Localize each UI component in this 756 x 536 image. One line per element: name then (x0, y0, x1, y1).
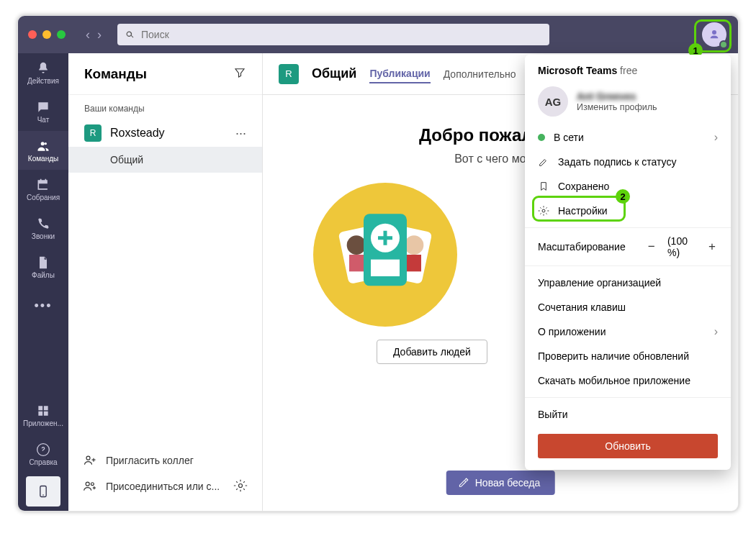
set-status-label: Задать подпись к статусу (558, 156, 676, 168)
profile-user-block[interactable]: AG Ant Greeves Изменить профиль (525, 83, 731, 125)
settings-row[interactable]: Настройки 2 (525, 199, 731, 223)
about-row[interactable]: О приложении › (525, 319, 731, 344)
tab-more[interactable]: Дополнительно (444, 65, 516, 83)
separator (525, 265, 731, 266)
svg-rect-11 (407, 255, 421, 271)
join-create-team-button[interactable]: Присоединиться или с... (83, 473, 248, 499)
about-label: О приложении (538, 326, 606, 337)
annotation-number-2: 2 (616, 189, 630, 204)
new-convo-label: Новая беседа (475, 477, 541, 489)
new-conversation-button[interactable]: Новая беседа (446, 471, 555, 495)
settings-label: Настройки (558, 205, 608, 217)
rail-activity[interactable]: Действия (18, 53, 68, 92)
team-more-button[interactable]: ··· (235, 126, 246, 141)
status-row[interactable]: В сети › (525, 125, 731, 150)
help-icon (36, 442, 50, 457)
bookmark-icon (538, 181, 549, 192)
gear-icon (233, 478, 248, 493)
person-add-icon (83, 453, 97, 468)
minimize-window-button[interactable] (42, 30, 51, 39)
rail-chat[interactable]: Чат (18, 92, 68, 131)
rail-apps[interactable]: Приложен... (18, 396, 68, 435)
nav-forward-button[interactable]: › (97, 27, 102, 42)
manage-org-label: Управление организацией (538, 277, 661, 289)
svg-point-1 (42, 494, 44, 496)
rail-label: Приложен... (23, 419, 63, 427)
team-name: Roxsteady (110, 127, 165, 140)
teams-list: Ваши команды R Roxsteady ··· Общий (68, 95, 262, 440)
rail-label: Собрания (27, 194, 60, 201)
edit-icon (538, 156, 549, 168)
rail-meetings[interactable]: Собрания (18, 170, 68, 209)
app-window: ‹ › 1 Действия Чат Команды (17, 15, 739, 512)
teams-icon (36, 139, 50, 153)
update-button[interactable]: Обновить (538, 434, 718, 458)
invite-colleagues-button[interactable]: Пригласить коллег (83, 448, 248, 473)
sign-out-label: Выйти (538, 409, 567, 420)
check-updates-label: Проверить наличие обновлений (538, 350, 689, 362)
team-avatar: R (84, 124, 102, 142)
illustration-add-people (313, 183, 457, 327)
phone-icon (36, 217, 50, 231)
close-window-button[interactable] (28, 30, 37, 39)
mobile-icon (36, 484, 50, 499)
search-bar[interactable] (117, 24, 549, 45)
nav-back-button[interactable]: ‹ (86, 27, 90, 42)
chevron-right-icon: › (714, 131, 718, 144)
svg-point-10 (405, 235, 424, 255)
rail-label: Действия (27, 77, 59, 85)
filter-button[interactable] (233, 66, 246, 82)
svg-point-7 (347, 235, 366, 255)
fullscreen-window-button[interactable] (57, 30, 66, 39)
manage-org-row[interactable]: Управление организацией (525, 271, 731, 295)
search-icon (125, 29, 135, 40)
presence-indicator (719, 40, 728, 49)
add-people-button[interactable]: Добавить людей (377, 340, 487, 364)
sign-out-row[interactable]: Выйти (525, 402, 731, 427)
rail-label: Команды (28, 155, 58, 163)
svg-point-5 (239, 483, 243, 487)
manage-teams-gear[interactable] (233, 478, 248, 495)
svg-point-3 (86, 482, 89, 486)
window-controls (28, 30, 66, 39)
set-status-message-row[interactable]: Задать подпись к статусу (525, 150, 731, 174)
gear-icon (538, 205, 549, 217)
calendar-icon (36, 178, 50, 192)
tab-posts[interactable]: Публикации (369, 65, 430, 83)
svg-rect-8 (349, 255, 364, 271)
status-label: В сети (554, 132, 584, 143)
channel-row[interactable]: Общий (68, 147, 262, 173)
separator (525, 227, 731, 228)
search-input[interactable] (141, 29, 542, 40)
rail-teams[interactable]: Команды (18, 131, 68, 170)
shortcuts-row[interactable]: Сочетания клавиш (525, 295, 731, 319)
rail-more[interactable]: ••• (18, 286, 68, 325)
download-mobile-label: Скачать мобильное приложение (538, 375, 690, 386)
svg-point-2 (86, 456, 90, 460)
edit-profile-link[interactable]: Изменить профиль (577, 102, 657, 112)
ellipsis-icon: ••• (35, 299, 53, 314)
team-row[interactable]: R Roxsteady ··· (68, 119, 262, 147)
shortcuts-label: Сочетания клавиш (538, 301, 626, 313)
join-label: Присоединиться или с... (106, 481, 220, 492)
zoom-value: (100 %) (667, 235, 696, 258)
rail-label: Чат (37, 116, 50, 124)
bell-icon (36, 61, 50, 76)
saved-label: Сохранено (558, 181, 609, 192)
rail-files[interactable]: Файлы (18, 247, 68, 286)
zoom-out-button[interactable]: − (646, 240, 657, 254)
rail-help[interactable]: Справка (18, 435, 68, 473)
check-updates-row[interactable]: Проверить наличие обновлений (525, 344, 731, 368)
rail-calls[interactable]: Звонки (18, 209, 68, 247)
download-mobile-row[interactable]: Скачать мобильное приложение (525, 368, 731, 393)
filter-icon (233, 66, 246, 79)
zoom-controls: Масштабирование − (100 %) + (525, 232, 731, 261)
chat-icon (36, 100, 50, 114)
rail-mobile-tile[interactable] (26, 476, 60, 507)
channel-avatar: R (279, 64, 299, 84)
zoom-in-button[interactable]: + (706, 240, 718, 254)
file-icon (36, 255, 50, 270)
rail-label: Звонки (32, 232, 55, 240)
svg-point-4 (91, 483, 94, 486)
channel-title: Общий (312, 66, 356, 81)
